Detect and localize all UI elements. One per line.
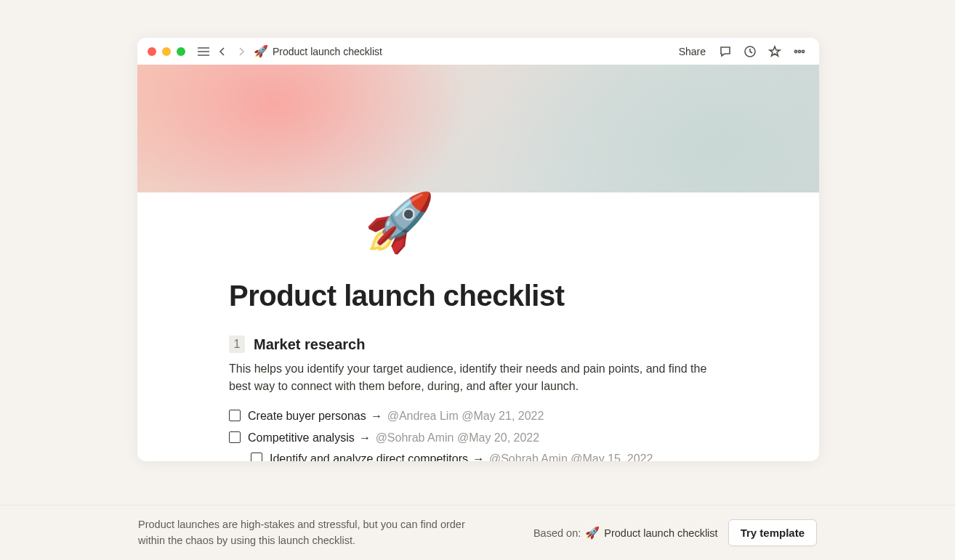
based-on-title: Product launch checklist	[604, 527, 717, 539]
arrow-icon: →	[369, 410, 387, 422]
svg-point-5	[794, 50, 797, 52]
date-mention[interactable]: @May 21, 2022	[462, 410, 544, 422]
svg-point-7	[802, 50, 804, 52]
comments-icon[interactable]	[716, 42, 735, 61]
todo-item[interactable]: Create buyer personas → @Andrea Lim @May…	[229, 405, 728, 427]
mention[interactable]: @Andrea Lim	[387, 410, 462, 422]
based-on[interactable]: Based on: 🚀 Product launch checklist	[533, 526, 718, 540]
based-on-label: Based on:	[533, 527, 581, 539]
page-emoji-icon[interactable]: 🚀	[364, 194, 435, 251]
todo-item[interactable]: Identify and analyze direct competitors …	[251, 448, 728, 461]
page-title[interactable]: Product launch checklist	[229, 280, 728, 312]
section-title[interactable]: Market research	[254, 336, 365, 353]
share-button[interactable]: Share	[674, 46, 710, 57]
todo-text: Create buyer personas	[248, 410, 369, 422]
back-arrow-icon[interactable]	[213, 42, 232, 61]
todo-checkbox[interactable]	[229, 431, 241, 443]
breadcrumb[interactable]: 🚀 Product launch checklist	[254, 44, 382, 58]
todo-text: Competitive analysis	[248, 431, 358, 444]
date-mention[interactable]: @May 20, 2022	[457, 431, 539, 444]
page-cover[interactable]	[137, 65, 819, 192]
updates-clock-icon[interactable]	[741, 42, 759, 61]
todo-body[interactable]: Identify and analyze direct competitors …	[270, 450, 653, 461]
section-header: 1 Market research	[229, 336, 728, 353]
favorite-star-icon[interactable]	[765, 42, 784, 61]
todo-checkbox[interactable]	[251, 453, 262, 461]
close-window-button[interactable]	[148, 47, 156, 56]
footer-description: Product launches are high-stakes and str…	[138, 517, 487, 548]
breadcrumb-title: Product launch checklist	[273, 46, 382, 57]
arrow-icon: →	[358, 431, 375, 444]
svg-marker-4	[770, 46, 780, 56]
todo-text: Identify and analyze direct competitors	[270, 453, 471, 461]
todo-item[interactable]: Competitive analysis → @Sohrab Amin @May…	[229, 427, 728, 449]
todo-checkbox[interactable]	[229, 410, 241, 421]
titlebar: 🚀 Product launch checklist Share	[137, 38, 819, 65]
date-mention[interactable]: @May 15, 2022	[571, 453, 653, 461]
window-controls	[148, 47, 185, 56]
section-description[interactable]: This helps you identify your target audi…	[229, 360, 723, 395]
more-menu-icon[interactable]	[790, 42, 809, 61]
mention[interactable]: @Sohrab Amin	[376, 431, 457, 444]
minimize-window-button[interactable]	[162, 47, 171, 56]
arrow-icon: →	[471, 453, 488, 461]
forward-arrow-icon[interactable]	[232, 42, 251, 61]
todo-body[interactable]: Create buyer personas → @Andrea Lim @May…	[248, 407, 544, 426]
breadcrumb-emoji-icon: 🚀	[254, 44, 268, 58]
based-on-emoji-icon: 🚀	[585, 526, 600, 540]
svg-point-6	[798, 50, 800, 52]
todo-body[interactable]: Competitive analysis → @Sohrab Amin @May…	[248, 429, 539, 447]
todo-list: Create buyer personas → @Andrea Lim @May…	[229, 405, 728, 461]
page-content: Product launch checklist 1 Market resear…	[137, 280, 819, 461]
section-number-badge: 1	[229, 336, 245, 353]
maximize-window-button[interactable]	[177, 47, 185, 56]
try-template-button[interactable]: Try template	[728, 519, 817, 546]
sidebar-toggle-icon[interactable]	[194, 42, 213, 61]
app-window: 🚀 Product launch checklist Share 🚀 Produ…	[137, 38, 819, 461]
mention[interactable]: @Sohrab Amin	[489, 453, 571, 461]
footer-bar: Product launches are high-stakes and str…	[0, 506, 955, 560]
